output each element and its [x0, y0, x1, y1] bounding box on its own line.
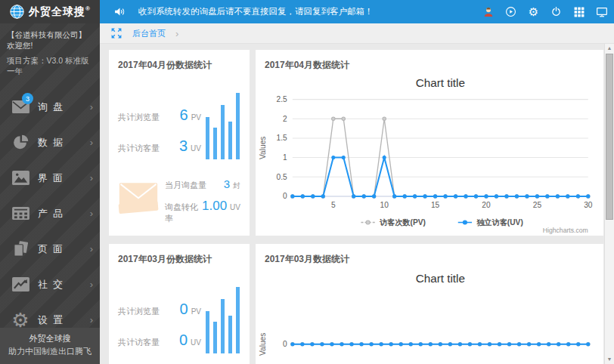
svg-text:访客次数(PV): 访客次数(PV) — [380, 218, 426, 227]
sidebar-item-pages[interactable]: 页面 › — [0, 231, 100, 267]
stats-column: 2017年04月份数据统计 共计浏览量 6 PV 共计访客量 3 — [109, 50, 250, 364]
scroll-up-arrow[interactable]: ▲ — [605, 44, 614, 53]
footer-brand: 外贸全球搜 — [0, 332, 100, 345]
table-grid-icon — [10, 206, 31, 221]
svg-text:0: 0 — [283, 340, 287, 348]
svg-text:Chart title: Chart title — [416, 76, 465, 89]
notice-text: 收到系统转发的询盘后请不要直接回复，请回复到客户邮箱！ — [138, 6, 374, 17]
chevron-right-icon: › — [90, 314, 93, 325]
app-title: 外贸全球搜® — [29, 5, 91, 19]
company-welcome-text: 【谷道科技有限公司】欢迎您! — [7, 30, 93, 51]
svg-text:Highcharts.com: Highcharts.com — [543, 227, 588, 234]
svg-text:Values: Values — [259, 333, 267, 356]
card-title: 2017年03月数据统计 — [256, 244, 603, 266]
stat-row-pv: 共计浏览量 0 PV — [118, 301, 201, 318]
chevron-right-icon: › — [90, 101, 93, 113]
svg-text:Values: Values — [259, 137, 267, 159]
chart-card-april: 2017年04月数据统计 Chart title00.511.522.55101… — [256, 50, 603, 236]
svg-text:30: 30 — [584, 201, 593, 209]
svg-text:0: 0 — [283, 192, 287, 200]
svg-text:2.5: 2.5 — [277, 95, 287, 103]
vertical-scrollbar: ▲ ▼ — [604, 44, 614, 364]
apps-grid-icon[interactable] — [572, 5, 585, 18]
breadcrumb-separator: › — [175, 28, 178, 39]
sidebar-footer: 外贸全球搜 助力中国制造出口腾飞 — [0, 328, 100, 364]
svg-text:1.5: 1.5 — [277, 134, 287, 142]
user-avatar-icon[interactable] — [482, 5, 495, 18]
registered-mark: ® — [85, 5, 91, 12]
stat-row-conversion: 询盘转化率 1.00 UV — [165, 199, 240, 224]
scrollbar-thumb[interactable] — [606, 54, 613, 220]
stat-row-pv: 共计浏览量 6 PV — [118, 106, 201, 124]
power-icon[interactable] — [550, 5, 563, 18]
pages-icon — [10, 240, 31, 258]
gear-icon: ⚙ — [10, 310, 31, 330]
sidebar-item-data[interactable]: 数据 › — [0, 125, 100, 160]
image-icon — [10, 170, 31, 186]
chart-svg: Chart title051015202530Values访客次数(PV)独立访… — [257, 267, 596, 364]
pie-chart-icon — [10, 134, 31, 151]
legend-item[interactable]: 访客次数(PV) — [361, 218, 425, 227]
inquiry-badge: 3 — [22, 93, 33, 104]
plan-info-text: 项目方案：V3.0 标准版 一年 — [7, 56, 93, 77]
envelope-icon: 3 — [10, 99, 31, 115]
chevron-right-icon: › — [90, 137, 93, 148]
scroll-down-arrow[interactable]: ▼ — [605, 355, 614, 364]
sidebar-menu: 3 询盘 › 数据 › — [0, 89, 100, 338]
sidebar: 【谷道科技有限公司】欢迎您! 项目方案：V3.0 标准版 一年 3 询盘 › — [0, 23, 100, 364]
top-header: 外贸全球搜® 收到系统转发的询盘后请不要直接回复，请回复到客户邮箱！ — [0, 0, 614, 23]
svg-text:20: 20 — [482, 201, 491, 209]
chart-arrow-icon — [10, 276, 31, 292]
card-title: 2017年04月数据统计 — [256, 50, 603, 72]
announcement-bar: 收到系统转发的询盘后请不要直接回复，请回复到客户邮箱！ — [113, 5, 374, 18]
svg-text:15: 15 — [431, 201, 440, 209]
mini-bar-chart — [206, 93, 240, 159]
chart-svg: Chart title00.511.522.551015202530Values… — [257, 73, 596, 235]
globe-icon — [9, 4, 25, 20]
sidebar-welcome: 【谷道科技有限公司】欢迎您! 项目方案：V3.0 标准版 一年 — [0, 23, 100, 86]
sidebar-item-inquiry[interactable]: 3 询盘 › — [0, 89, 100, 125]
fullscreen-expand-icon[interactable] — [110, 27, 122, 39]
line-chart-april: Chart title00.511.522.551015202530Values… — [256, 72, 603, 235]
footer-slogan: 助力中国制造出口腾飞 — [0, 345, 100, 358]
sidebar-item-products[interactable]: 产品 › — [0, 196, 100, 231]
main-content: 2017年04月份数据统计 共计浏览量 6 PV 共计访客量 3 — [100, 44, 605, 364]
breadcrumb-bar: 后台首页 › — [100, 23, 614, 44]
stat-row-uv: 共计访客量 3 UV — [118, 137, 201, 155]
app-window: 外贸全球搜® 收到系统转发的询盘后请不要直接回复，请回复到客户邮箱！ — [0, 0, 614, 364]
svg-text:1: 1 — [283, 153, 287, 162]
chevron-right-icon: › — [90, 279, 93, 290]
chevron-right-icon: › — [90, 172, 93, 184]
svg-text:10: 10 — [380, 201, 389, 209]
sidebar-item-interface[interactable]: 界面 › — [0, 160, 100, 196]
monitor-icon[interactable] — [595, 5, 608, 18]
stats-card-april: 2017年04月份数据统计 共计浏览量 6 PV 共计访客量 3 — [109, 50, 250, 236]
speaker-icon — [113, 5, 126, 18]
envelope-icon — [118, 180, 159, 215]
legend-item[interactable]: 独立访客(UV) — [458, 217, 523, 227]
svg-text:25: 25 — [533, 201, 542, 209]
chart-card-march: 2017年03月数据统计 Chart title051015202530Valu… — [256, 244, 603, 364]
svg-text:2: 2 — [283, 115, 287, 123]
stats-card-march: 2017年03月份数据统计 共计浏览量 0 PV 共计访客量 0 — [109, 244, 250, 364]
card-title: 2017年04月份数据统计 — [109, 50, 250, 72]
header-actions: ⚙ — [482, 5, 614, 18]
chevron-right-icon: › — [90, 208, 93, 219]
settings-gear-icon[interactable]: ⚙ — [527, 5, 540, 18]
svg-text:独立访客(UV): 独立访客(UV) — [476, 217, 523, 227]
play-circle-icon[interactable] — [504, 5, 517, 18]
charts-column: 2017年04月数据统计 Chart title00.511.522.55101… — [256, 50, 603, 364]
line-chart-march: Chart title051015202530Values访客次数(PV)独立访… — [256, 266, 603, 364]
stat-row-uv: 共计访客量 0 UV — [118, 332, 201, 349]
stat-row-inquiries: 当月询盘量 3 封 — [165, 177, 240, 191]
sidebar-item-social[interactable]: 社交 › — [0, 267, 100, 302]
svg-text:Chart title: Chart title — [416, 272, 465, 285]
svg-text:5: 5 — [331, 201, 336, 209]
svg-text:0.5: 0.5 — [277, 173, 287, 181]
chevron-right-icon: › — [90, 243, 93, 254]
card-title: 2017年03月份数据统计 — [109, 244, 250, 266]
mini-bar-chart — [206, 287, 240, 353]
app-logo[interactable]: 外贸全球搜® — [0, 0, 100, 23]
breadcrumb-home-link[interactable]: 后台首页 — [132, 28, 166, 39]
